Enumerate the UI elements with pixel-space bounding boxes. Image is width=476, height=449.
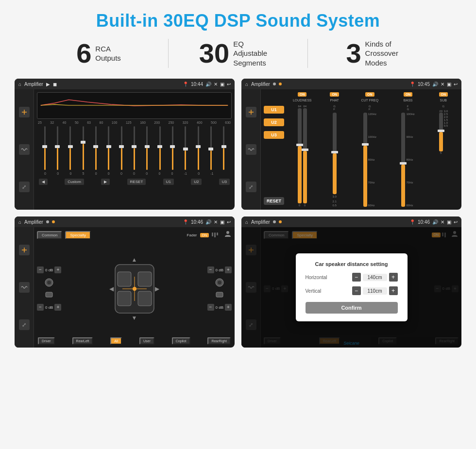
arrow-left[interactable]: ◀ bbox=[107, 284, 117, 294]
screen4-close-icon[interactable]: ✕ bbox=[441, 219, 444, 225]
screen2-window-icon[interactable]: ▣ bbox=[447, 82, 451, 87]
screen4-back-icon[interactable]: ↩ bbox=[454, 219, 458, 225]
screen3-back-icon[interactable]: ↩ bbox=[227, 219, 231, 225]
screen1-play-icon[interactable]: ▶ bbox=[46, 82, 50, 87]
screen1-pause-icon[interactable]: ◼ bbox=[53, 82, 57, 87]
btn-copilot[interactable]: Copilot bbox=[172, 337, 190, 345]
screen4-topbar-left: ⌂ Amplifier bbox=[245, 219, 282, 225]
btn-driver[interactable]: Driver bbox=[38, 337, 55, 345]
screen-2: ⌂ Amplifier 📍 10:45 🔊 ✕ ▣ ↩ bbox=[241, 79, 461, 210]
eq-slider-3 bbox=[83, 126, 84, 170]
screen1-eq-sliders bbox=[37, 126, 232, 170]
plus-left-top[interactable]: + bbox=[54, 266, 61, 273]
screen3-window-icon[interactable]: ▣ bbox=[220, 219, 224, 225]
stats-row: 6 RCA Outputs 30 EQ Adjustable Segments … bbox=[0, 39, 476, 68]
screen1-icon-arrows[interactable]: ⤢ bbox=[19, 182, 30, 192]
screen4-home-icon[interactable]: ⌂ bbox=[245, 219, 248, 225]
screen3-dot2 bbox=[52, 220, 55, 223]
screen2-icon-wave[interactable] bbox=[246, 144, 256, 155]
speaker-icons-right bbox=[207, 277, 232, 300]
minus-right-bottom[interactable]: − bbox=[207, 304, 214, 311]
cutfreq-gf-label: GF bbox=[369, 105, 371, 111]
screen3-person-icon[interactable] bbox=[224, 230, 232, 240]
screen3-icon-eq[interactable] bbox=[19, 245, 30, 255]
screen2-dot1 bbox=[273, 83, 276, 85]
screen2-channel-phat: ON PHAT GF 3.0 2.1 0.5 bbox=[319, 92, 349, 207]
screen2-back-icon[interactable]: ↩ bbox=[454, 82, 458, 87]
btn-rear-left[interactable]: RearLeft bbox=[72, 337, 93, 345]
vertical-minus[interactable]: − bbox=[352, 286, 361, 295]
screen4-time: 10:46 bbox=[418, 219, 430, 225]
screen4-topbar: ⌂ Amplifier 📍 10:46 🔊 ✕ ▣ ↩ bbox=[241, 216, 461, 227]
screen2-channel-sub: ON SUB G 20 5 bbox=[428, 92, 459, 207]
screen2-channel-cutfreq: ON CUT FREQ GF bbox=[352, 92, 388, 207]
screen3-speaker-icon[interactable]: 🔊 bbox=[205, 219, 211, 225]
speaker-icon-left-mid bbox=[44, 289, 54, 300]
arrow-down[interactable]: ▼ bbox=[130, 313, 139, 323]
screen3-close-icon[interactable]: ✕ bbox=[214, 219, 218, 225]
plus-right-bottom[interactable]: + bbox=[225, 304, 232, 311]
screen2-speaker-icon[interactable]: 🔊 bbox=[432, 82, 438, 87]
screen3-home-icon[interactable]: ⌂ bbox=[18, 219, 21, 225]
dialog-horizontal-row: Horizontal − 140cm + bbox=[306, 273, 398, 282]
screen3-icon-arrows[interactable]: ⤢ bbox=[19, 319, 30, 330]
screen2-icon-eq[interactable] bbox=[246, 107, 256, 117]
confirm-button[interactable]: Confirm bbox=[306, 302, 398, 314]
arrow-right[interactable]: ▶ bbox=[153, 284, 162, 294]
phat-gf-label: GF bbox=[333, 105, 336, 111]
btn-all[interactable]: All bbox=[110, 337, 122, 345]
screen1-u3-btn[interactable]: U3 bbox=[219, 179, 230, 185]
horizontal-minus[interactable]: − bbox=[352, 273, 361, 282]
svg-point-23 bbox=[218, 281, 221, 284]
screen4-speaker-icon[interactable]: 🔊 bbox=[432, 219, 438, 225]
screen1-u1-btn[interactable]: U1 bbox=[163, 179, 174, 185]
eq-slider-6 bbox=[121, 126, 122, 170]
screen1-pin-icon: 📍 bbox=[183, 82, 188, 87]
btn-rear-right[interactable]: RearRight bbox=[207, 337, 231, 345]
screen1-home-icon[interactable]: ⌂ bbox=[18, 82, 21, 87]
screen2-u3-btn[interactable]: U3 bbox=[264, 131, 284, 139]
screen2-u1-btn[interactable]: U1 bbox=[264, 106, 284, 114]
screen1-prev-btn[interactable]: ◀ bbox=[39, 179, 48, 185]
screen2-reset-btn[interactable]: RESET bbox=[264, 197, 284, 205]
screen1-back-icon[interactable]: ↩ bbox=[227, 82, 231, 87]
minus-left-bottom[interactable]: − bbox=[37, 304, 44, 311]
screen2-icon-arrows[interactable]: ⤢ bbox=[246, 182, 256, 192]
screen2-u2-btn[interactable]: U2 bbox=[264, 118, 284, 126]
screen3-topbar-left: ⌂ Amplifier bbox=[18, 219, 55, 225]
minus-right-top[interactable]: − bbox=[207, 266, 214, 273]
vertical-plus[interactable]: + bbox=[389, 286, 398, 295]
screen1-icon-eq[interactable] bbox=[19, 107, 30, 117]
svg-text:⤢: ⤢ bbox=[249, 184, 253, 190]
screen3-common-tab[interactable]: Common bbox=[37, 231, 62, 239]
channel-phat-label: PHAT bbox=[330, 99, 339, 102]
screen4-window-icon[interactable]: ▣ bbox=[447, 219, 451, 225]
screen1-speaker-icon[interactable]: 🔊 bbox=[205, 82, 211, 87]
btn-user[interactable]: User bbox=[139, 337, 154, 345]
dialog-vertical-row: Vertical − 110cm + bbox=[306, 286, 398, 295]
screen1-window-icon[interactable]: ▣ bbox=[220, 82, 224, 87]
screen2-topbar-right: 📍 10:45 🔊 ✕ ▣ ↩ bbox=[409, 82, 458, 87]
screen1-eq-graph bbox=[37, 92, 232, 119]
sub-freq-labels: 3.0 2.5 2.0 1.5 1.0 0.5 bbox=[444, 110, 448, 127]
screen1-u2-btn[interactable]: U2 bbox=[191, 179, 202, 185]
fader-on-badge: ON bbox=[200, 233, 209, 237]
stat-crossover: 3 Kinds of Crossover Modes bbox=[308, 39, 447, 68]
screen1-icon-wave[interactable] bbox=[19, 144, 30, 155]
screen3-icon-wave[interactable] bbox=[19, 282, 30, 293]
screen1-custom-btn[interactable]: Custom bbox=[65, 179, 84, 185]
horizontal-plus[interactable]: + bbox=[389, 273, 398, 282]
screen2-close-icon[interactable]: ✕ bbox=[441, 82, 444, 87]
eq-slider-9 bbox=[159, 126, 161, 170]
eq-slider-14 bbox=[223, 126, 224, 170]
screen1-reset-btn[interactable]: RESET bbox=[127, 179, 146, 185]
screen1-next-btn[interactable]: ▶ bbox=[101, 179, 110, 185]
minus-left-top[interactable]: − bbox=[37, 266, 44, 273]
plus-right-top[interactable]: + bbox=[225, 266, 232, 273]
horizontal-control: − 140cm + bbox=[352, 273, 398, 282]
screen3-specialty-tab[interactable]: Specialty bbox=[65, 231, 90, 239]
screen1-close-icon[interactable]: ✕ bbox=[214, 82, 218, 87]
screen2-home-icon[interactable]: ⌂ bbox=[245, 82, 248, 87]
plus-left-bottom[interactable]: + bbox=[54, 304, 61, 311]
screen1-left-panel: ⤢ bbox=[15, 89, 34, 210]
